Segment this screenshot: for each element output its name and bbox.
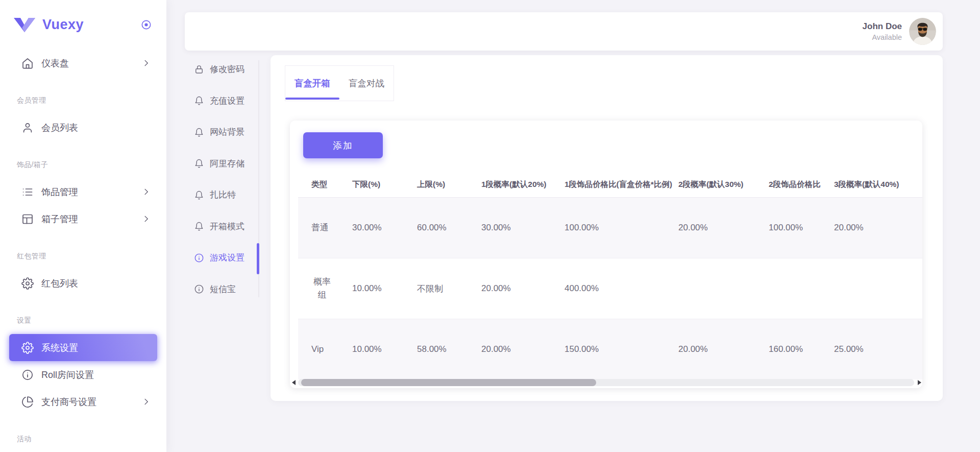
table-cell: [764, 258, 829, 319]
game-settings-table: 类型下限(%)上限(%)1段概率(默认20%)1段饰品价格比(盲盒价格*比例)2…: [298, 172, 922, 379]
info-icon: [21, 369, 34, 381]
user-name: John Doe: [863, 21, 902, 32]
tab-1[interactable]: 盲盒对战: [339, 66, 394, 101]
table-row-1: 概率组10.00%不限制20.00%400.00%: [298, 258, 922, 319]
subnav-item-2[interactable]: 网站背景: [194, 116, 257, 148]
sidebar-section-label: 饰品/箱子: [0, 151, 166, 178]
table-header-row: 类型下限(%)上限(%)1段概率(默认20%)1段饰品价格比(盲盒价格*比例)2…: [298, 172, 922, 198]
sidebar-item-9[interactable]: 系统设置: [9, 334, 157, 361]
sidebar-item-label: 系统设置: [41, 342, 151, 354]
record-circle-icon[interactable]: [140, 19, 152, 31]
gear-icon: [21, 277, 34, 290]
table-cell: Vip: [298, 319, 347, 380]
table-column-header: 2段饰品价格比: [764, 172, 829, 198]
sidebar-item-7[interactable]: 红包列表: [9, 270, 157, 297]
table-column-header: 上限(%): [412, 172, 476, 198]
table-wrap: 类型下限(%)上限(%)1段概率(默认20%)1段饰品价格比(盲盒价格*比例)2…: [290, 172, 922, 379]
table-cell: 30.00%: [476, 198, 559, 258]
subnav-item-7[interactable]: 短信宝: [194, 274, 257, 305]
table-cell: 58.00%: [412, 319, 476, 380]
table-cell: [673, 258, 764, 319]
sidebar-item-2[interactable]: 会员列表: [9, 114, 157, 141]
logo-row: Vuexy: [0, 0, 166, 50]
table-cell: 概率组: [298, 258, 347, 319]
bell-icon: [194, 96, 204, 106]
bell-icon: [194, 190, 204, 200]
sidebar-item-label: 箱子管理: [41, 213, 141, 225]
table-cell: 100.00%: [764, 198, 829, 258]
topbar: John Doe Available: [185, 12, 943, 51]
bell-icon: [194, 158, 204, 169]
sidebar-item-label: 支付商号设置: [41, 396, 141, 408]
subnav-item-label: 开箱模式: [210, 221, 244, 232]
subnav-item-1[interactable]: 充值设置: [194, 85, 257, 117]
table-cell: 25.00%: [829, 319, 922, 380]
table-cell: 20.00%: [673, 198, 764, 258]
tabs-bar: 盲盒开箱盲盒对战: [285, 65, 394, 101]
subnav-item-label: 网站背景: [210, 126, 244, 138]
user-info[interactable]: John Doe Available: [863, 21, 902, 41]
subnav-item-label: 游戏设置: [210, 252, 244, 264]
sidebar-section-label: 会员管理: [0, 87, 166, 114]
sidebar-nav: 仪表盘会员管理会员列表饰品/箱子饰品管理箱子管理红包管理红包列表设置系统设置Ro…: [0, 50, 166, 452]
subnav-item-4[interactable]: 扎比特: [194, 179, 257, 211]
list-icon: [21, 186, 34, 198]
user-avatar[interactable]: [909, 18, 936, 45]
chevron-right-icon: [141, 214, 151, 224]
table-cell: 100.00%: [559, 198, 673, 258]
table-cell: 普通: [298, 198, 347, 258]
table-column-header: 3段概率(默认40%): [829, 172, 922, 198]
table-cell: 150.00%: [559, 319, 673, 380]
sidebar-item-label: Roll房间设置: [41, 369, 151, 381]
scrollbar-thumb[interactable]: [301, 379, 596, 386]
table-row-0: 普通30.00%60.00%30.00%100.00%20.00%100.00%…: [298, 198, 922, 258]
table-column-header: 2段概率(默认30%): [673, 172, 764, 198]
sidebar-item-4[interactable]: 饰品管理: [9, 178, 157, 205]
sidebar: Vuexy 仪表盘会员管理会员列表饰品/箱子饰品管理箱子管理红包管理红包列表设置…: [0, 0, 166, 452]
info-icon: [194, 253, 204, 263]
brand-name[interactable]: Vuexy: [42, 17, 140, 33]
user-status: Available: [863, 33, 902, 41]
sidebar-item-0[interactable]: 仪表盘: [9, 50, 157, 77]
table-cell: 20.00%: [673, 319, 764, 380]
sidebar-item-10[interactable]: Roll房间设置: [9, 361, 157, 388]
info-icon: [194, 284, 204, 294]
subnav-item-5[interactable]: 开箱模式: [194, 211, 257, 243]
sidebar-item-label: 仪表盘: [41, 57, 141, 69]
sidebar-item-11[interactable]: 支付商号设置: [9, 388, 157, 415]
settings-subnav: 修改密码充值设置网站背景阿里存储扎比特开箱模式游戏设置短信宝: [194, 54, 257, 305]
vuexy-logo-icon: [13, 17, 36, 33]
table-cell: 160.00%: [764, 319, 829, 380]
sidebar-section-label: 设置: [0, 307, 166, 334]
table-panel: 添加 类型下限(%)上限(%)1段概率(默认20%)1段饰品价格比(盲盒价格*比…: [290, 121, 922, 388]
chevron-right-icon: [141, 58, 151, 68]
table-cell: [829, 258, 922, 319]
subnav-item-label: 阿里存储: [210, 158, 244, 170]
tab-0[interactable]: 盲盒开箱: [285, 66, 339, 101]
scroll-right-arrow-icon[interactable]: [918, 380, 921, 385]
chevron-right-icon: [141, 187, 151, 197]
subnav-item-label: 短信宝: [210, 283, 236, 295]
pie-chart-icon: [21, 396, 34, 408]
horizontal-scrollbar[interactable]: [298, 379, 914, 386]
sidebar-item-label: 会员列表: [41, 122, 151, 134]
subnav-item-label: 修改密码: [210, 63, 244, 75]
content-card: 盲盒开箱盲盒对战 添加 类型下限(%)上限(%)1段概率(默认20%)1段饰品价…: [271, 55, 943, 401]
sidebar-section-label: 活动: [0, 425, 166, 452]
sidebar-item-label: 饰品管理: [41, 186, 141, 198]
subnav-item-label: 扎比特: [210, 189, 236, 201]
chevron-right-icon: [141, 397, 151, 407]
table-row-2: Vip10.00%58.00%20.00%150.00%20.00%160.00…: [298, 319, 922, 380]
bell-icon: [194, 127, 204, 137]
table-cell: 不限制: [412, 258, 476, 319]
user-icon: [21, 122, 34, 134]
bell-icon: [194, 221, 204, 231]
layout-icon: [21, 213, 34, 225]
subnav-item-label: 充值设置: [210, 95, 244, 107]
sidebar-item-5[interactable]: 箱子管理: [9, 205, 157, 232]
scroll-left-arrow-icon[interactable]: [292, 380, 296, 385]
subnav-item-3[interactable]: 阿里存储: [194, 148, 257, 180]
subnav-item-6[interactable]: 游戏设置: [194, 242, 257, 274]
add-button[interactable]: 添加: [303, 132, 383, 158]
subnav-item-0[interactable]: 修改密码: [194, 54, 257, 85]
